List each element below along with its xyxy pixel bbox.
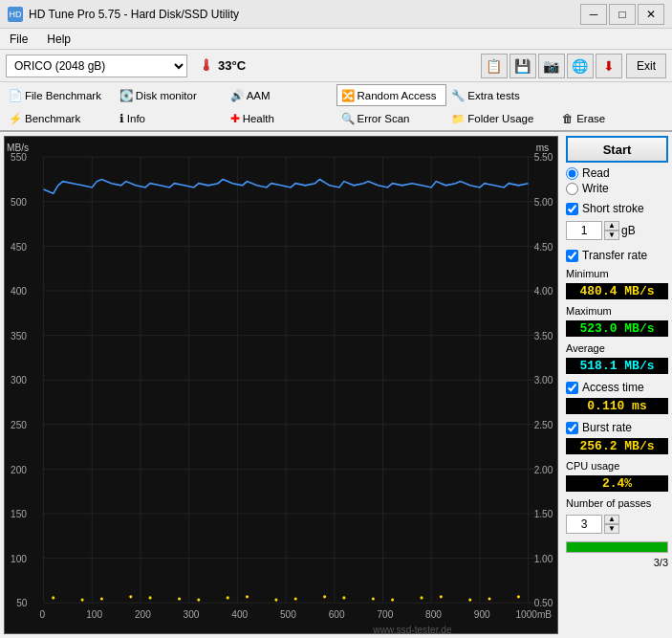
cpu-usage-label: CPU usage xyxy=(566,460,668,472)
svg-point-60 xyxy=(129,595,132,598)
svg-point-70 xyxy=(149,596,152,599)
svg-text:3.50: 3.50 xyxy=(534,331,553,341)
tab-erase[interactable]: 🗑 Erase xyxy=(557,107,668,129)
tab-random-access[interactable]: 🔀 Random Access xyxy=(336,84,447,106)
minimum-label: Minimum xyxy=(566,268,668,279)
svg-text:100: 100 xyxy=(11,554,27,564)
svg-point-66 xyxy=(421,596,423,599)
svg-point-61 xyxy=(178,597,181,600)
tab-empty-1 xyxy=(557,84,668,106)
svg-text:300: 300 xyxy=(11,375,27,385)
tab-extra-tests[interactable]: 🔧 Extra tests xyxy=(446,84,557,106)
short-stroke-spinbox[interactable] xyxy=(566,221,602,240)
svg-text:2.50: 2.50 xyxy=(534,420,553,430)
short-stroke-input[interactable] xyxy=(566,203,578,215)
watermark: www.ssd-tester.de xyxy=(372,625,451,633)
svg-text:600: 600 xyxy=(329,609,345,620)
app-icon: HD xyxy=(8,7,23,22)
access-time-input[interactable] xyxy=(566,382,578,394)
temperature-display: 🌡 33°C xyxy=(199,57,246,75)
menu-help[interactable]: Help xyxy=(41,31,76,48)
access-time-checkbox[interactable]: Access time xyxy=(566,381,668,394)
read-write-group: Read Write xyxy=(566,166,668,195)
tab-disk-monitor[interactable]: 💽 Disk monitor xyxy=(115,84,226,106)
svg-text:1000mB: 1000mB xyxy=(515,609,552,620)
svg-text:50: 50 xyxy=(16,598,28,608)
short-stroke-down[interactable]: ▼ xyxy=(604,231,619,240)
erase-icon: 🗑 xyxy=(562,113,574,124)
svg-text:MB/s: MB/s xyxy=(7,143,29,153)
tab-file-benchmark[interactable]: 📄 File Benchmark xyxy=(4,84,115,106)
burst-rate-checkbox[interactable]: Burst rate xyxy=(566,421,668,434)
maximum-label: Maximum xyxy=(566,305,668,317)
svg-text:700: 700 xyxy=(377,609,393,620)
write-radio-input[interactable] xyxy=(566,183,578,195)
tab-error-scan[interactable]: 🔍 Error Scan xyxy=(336,107,447,129)
svg-text:250: 250 xyxy=(11,420,27,430)
svg-text:900: 900 xyxy=(474,609,490,620)
average-value: 518.1 MB/s xyxy=(566,358,668,374)
exit-button[interactable]: Exit xyxy=(626,54,666,78)
toolbar-btn-4[interactable]: 🌐 xyxy=(567,54,594,78)
tab-benchmark[interactable]: ⚡ Benchmark xyxy=(4,107,115,129)
svg-text:5.50: 5.50 xyxy=(534,152,553,163)
main-content: 550 500 450 400 350 300 250 200 150 100 … xyxy=(0,132,672,638)
toolbar: ORICO (2048 gB) 🌡 33°C 📋 💾 📷 🌐 ⬇ Exit xyxy=(0,50,672,82)
svg-rect-0 xyxy=(5,137,557,633)
svg-text:200: 200 xyxy=(135,609,151,620)
menu-bar: File Help xyxy=(0,29,672,50)
minimize-button[interactable]: ─ xyxy=(580,4,607,25)
svg-point-62 xyxy=(227,596,229,599)
svg-text:3.00: 3.00 xyxy=(534,375,553,385)
tab-info-label: Info xyxy=(127,113,145,124)
window-title: HD Tune Pro 5.75 - Hard Disk/SSD Utility xyxy=(29,8,239,21)
disk-monitor-icon: 💽 xyxy=(119,89,133,102)
svg-text:ms: ms xyxy=(536,143,550,153)
drive-select[interactable]: ORICO (2048 gB) xyxy=(6,55,187,77)
svg-point-71 xyxy=(197,598,200,601)
toolbar-btn-3[interactable]: 📷 xyxy=(538,54,565,78)
transfer-rate-input[interactable] xyxy=(566,250,578,262)
read-radio[interactable]: Read xyxy=(566,166,668,180)
cpu-usage-value: 2.4% xyxy=(566,475,668,492)
start-button[interactable]: Start xyxy=(566,136,668,163)
svg-point-63 xyxy=(274,598,277,601)
transfer-rate-checkbox[interactable]: Transfer rate xyxy=(566,249,668,262)
tab-error-scan-label: Error Scan xyxy=(358,113,410,124)
toolbar-btn-5[interactable]: ⬇ xyxy=(596,54,622,78)
burst-rate-input[interactable] xyxy=(566,422,578,434)
svg-text:350: 350 xyxy=(11,331,27,341)
svg-point-77 xyxy=(488,597,490,600)
tab-folder-usage[interactable]: 📁 Folder Usage xyxy=(446,107,557,129)
aam-icon: 🔊 xyxy=(230,89,244,102)
tab-health[interactable]: ✚ Health xyxy=(226,107,336,129)
read-radio-input[interactable] xyxy=(566,167,578,180)
svg-point-69 xyxy=(100,597,103,600)
passes-up[interactable]: ▲ xyxy=(604,515,619,524)
svg-text:0.50: 0.50 xyxy=(534,598,553,608)
svg-point-76 xyxy=(440,595,443,598)
chart-area: 550 500 450 400 350 300 250 200 150 100 … xyxy=(4,136,558,634)
svg-text:800: 800 xyxy=(425,609,442,620)
benchmark-icon: ⚡ xyxy=(9,112,22,125)
close-button[interactable]: ✕ xyxy=(638,4,664,25)
tab-erase-label: Erase xyxy=(576,113,605,124)
extra-tests-icon: 🔧 xyxy=(451,89,465,102)
short-stroke-up[interactable]: ▲ xyxy=(604,221,619,231)
svg-point-65 xyxy=(372,597,375,600)
toolbar-btn-2[interactable]: 💾 xyxy=(509,54,536,78)
menu-file[interactable]: File xyxy=(4,31,33,48)
write-radio[interactable]: Write xyxy=(566,182,668,195)
short-stroke-checkbox[interactable]: Short stroke xyxy=(566,202,668,215)
svg-text:4.50: 4.50 xyxy=(534,241,553,252)
tab-aam[interactable]: 🔊 AAM xyxy=(226,84,336,106)
title-bar: HD HD Tune Pro 5.75 - Hard Disk/SSD Util… xyxy=(0,0,672,29)
toolbar-btn-1[interactable]: 📋 xyxy=(481,54,508,78)
svg-text:400: 400 xyxy=(231,609,248,620)
svg-text:1.00: 1.00 xyxy=(534,554,553,564)
maximize-button[interactable]: □ xyxy=(609,4,636,25)
passes-down[interactable]: ▼ xyxy=(604,524,619,534)
tab-info[interactable]: ℹ Info xyxy=(115,107,226,129)
svg-text:0: 0 xyxy=(40,609,46,620)
passes-spinbox[interactable] xyxy=(566,515,602,534)
